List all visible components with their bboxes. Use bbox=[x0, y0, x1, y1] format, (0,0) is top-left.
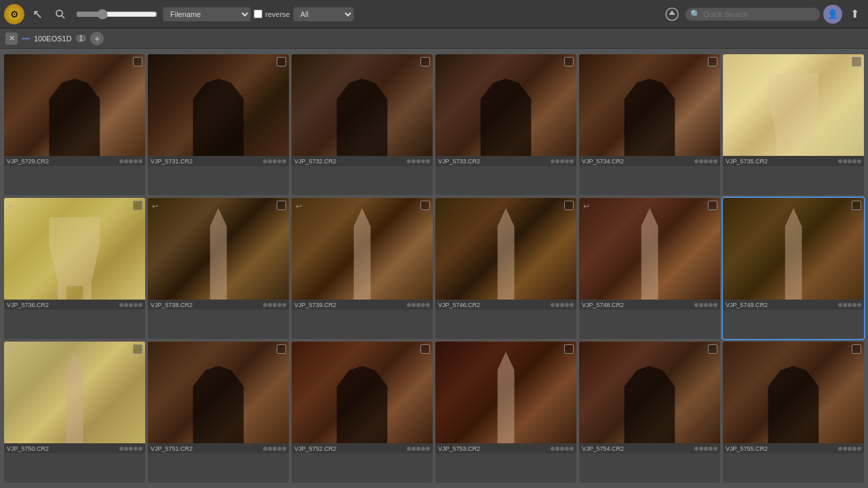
photo-item-17[interactable]: VJP_5754.CR2 bbox=[579, 342, 720, 483]
zoom-slider[interactable] bbox=[76, 9, 157, 20]
folder-add-button[interactable]: + bbox=[90, 32, 104, 45]
photo-item-1[interactable]: VJP_5729.CR2 bbox=[4, 54, 145, 195]
photo-item-3[interactable]: VJP_5732.CR2 bbox=[292, 54, 433, 195]
photo-item-2[interactable]: VJP_5731.CR2 bbox=[148, 54, 289, 195]
photo-checkbox[interactable] bbox=[564, 57, 574, 66]
filter-select[interactable]: All 1 Star 2 Stars Flagged bbox=[293, 7, 354, 22]
photo-stars bbox=[407, 303, 430, 307]
photo-checkbox[interactable] bbox=[564, 201, 574, 210]
photo-filename: VJP_5754.CR2 bbox=[582, 445, 694, 452]
photo-filename: VJP_5733.CR2 bbox=[438, 158, 551, 165]
photo-filename: VJP_5732.CR2 bbox=[294, 158, 407, 165]
photo-item-11[interactable]: ↩VJP_5748.CR2 bbox=[579, 198, 720, 339]
reverse-checkbox[interactable] bbox=[254, 9, 262, 18]
photo-filename: VJP_5750.CR2 bbox=[7, 445, 119, 452]
folder-count: 1 bbox=[76, 35, 87, 42]
folder-name: 100EOS1D bbox=[34, 35, 72, 43]
photo-filename: VJP_5749.CR2 bbox=[726, 302, 838, 308]
photo-checkbox[interactable] bbox=[420, 344, 430, 354]
photo-checkbox[interactable] bbox=[420, 201, 430, 210]
photo-stars bbox=[119, 159, 142, 163]
photo-filename: VJP_5729.CR2 bbox=[7, 158, 119, 165]
photo-item-16[interactable]: VJP_5753.CR2 bbox=[435, 342, 576, 483]
photo-stars bbox=[838, 303, 861, 307]
photo-stars bbox=[838, 447, 861, 451]
photo-item-13[interactable]: ↩VJP_5750.CR2 bbox=[4, 342, 145, 483]
photo-filename: VJP_5734.CR2 bbox=[582, 158, 694, 165]
photo-filename: VJP_5751.CR2 bbox=[151, 445, 263, 452]
photo-filename: VJP_5735.CR2 bbox=[726, 158, 838, 165]
folder-bar: ✕ 100EOS1D 1 + bbox=[0, 28, 868, 49]
photo-checkbox[interactable] bbox=[852, 344, 861, 354]
photo-item-15[interactable]: VJP_5752.CR2 bbox=[292, 342, 433, 483]
photo-item-14[interactable]: VJP_5751.CR2 bbox=[148, 342, 289, 483]
photo-stars bbox=[119, 303, 142, 307]
photo-item-8[interactable]: ↩VJP_5738.CR2 bbox=[148, 198, 289, 339]
photo-filename: VJP_5752.CR2 bbox=[294, 445, 407, 452]
photo-stars bbox=[551, 159, 574, 163]
photo-checkbox[interactable] bbox=[420, 57, 430, 66]
photo-overlay-icon: ↩ bbox=[8, 202, 14, 211]
cursor-tool-button[interactable]: ↖ bbox=[27, 4, 47, 24]
photo-filename: VJP_5753.CR2 bbox=[438, 445, 551, 452]
photo-stars bbox=[263, 447, 286, 451]
photo-item-12[interactable]: VJP_5749.CR2 bbox=[723, 198, 864, 339]
photo-item-4[interactable]: VJP_5733.CR2 bbox=[435, 54, 576, 195]
photo-checkbox[interactable] bbox=[564, 344, 574, 354]
upload-button[interactable] bbox=[662, 4, 682, 24]
photo-item-6[interactable]: VJP_5735.CR2 bbox=[723, 54, 864, 195]
photo-stars bbox=[838, 159, 861, 163]
photo-item-10[interactable]: VJP_5746.CR2 bbox=[435, 198, 576, 339]
photo-stars bbox=[407, 159, 430, 163]
svg-line-1 bbox=[62, 16, 64, 18]
photo-filename: VJP_5736.CR2 bbox=[7, 302, 119, 308]
zoom-slider-container bbox=[76, 9, 157, 20]
photo-checkbox[interactable] bbox=[277, 344, 286, 354]
search-input[interactable] bbox=[685, 7, 821, 21]
photo-stars bbox=[407, 447, 430, 451]
photo-checkbox[interactable] bbox=[133, 57, 142, 66]
photo-checkbox[interactable] bbox=[277, 201, 286, 210]
photo-filename: VJP_5739.CR2 bbox=[294, 302, 407, 308]
photo-stars bbox=[694, 303, 717, 307]
photo-checkbox[interactable] bbox=[708, 201, 717, 210]
photo-stars bbox=[694, 447, 717, 451]
photo-overlay-icon: ↩ bbox=[296, 202, 302, 211]
svg-point-0 bbox=[56, 10, 62, 16]
reverse-text: reverse bbox=[265, 10, 290, 18]
photo-checkbox[interactable] bbox=[708, 344, 717, 354]
photo-grid: VJP_5729.CR2VJP_5731.CR2VJP_5732.CR2VJP_… bbox=[0, 49, 868, 488]
photo-stars bbox=[119, 447, 142, 451]
photo-stars bbox=[551, 303, 574, 307]
reverse-label: reverse bbox=[254, 9, 290, 18]
photo-stars bbox=[694, 159, 717, 163]
photo-stars bbox=[263, 303, 286, 307]
photo-checkbox[interactable] bbox=[133, 344, 142, 354]
photo-item-18[interactable]: VJP_5755.CR2 bbox=[723, 342, 864, 483]
share-button[interactable]: ⬆ bbox=[845, 5, 864, 24]
folder-close-button[interactable]: ✕ bbox=[5, 33, 18, 45]
photo-stars bbox=[551, 447, 574, 451]
search-tool-button[interactable] bbox=[50, 4, 71, 24]
photo-item-9[interactable]: ↩VJP_5739.CR2 bbox=[292, 198, 433, 339]
photo-overlay-icon: ↩ bbox=[8, 346, 14, 354]
photo-item-7[interactable]: ↩VJP_5736.CR2 bbox=[4, 198, 145, 339]
photo-checkbox[interactable] bbox=[277, 57, 286, 66]
folder-tag bbox=[22, 38, 30, 39]
photo-checkbox[interactable] bbox=[133, 201, 142, 210]
photo-stars bbox=[263, 159, 286, 163]
photo-filename: VJP_5738.CR2 bbox=[151, 302, 263, 308]
photo-item-5[interactable]: VJP_5734.CR2 bbox=[579, 54, 720, 195]
toolbar: ⚙ ↖ Filename Date Rating reverse All 1 S… bbox=[0, 0, 868, 28]
photo-overlay-icon: ↩ bbox=[152, 202, 158, 211]
photo-filename: VJP_5748.CR2 bbox=[582, 302, 694, 308]
photo-checkbox[interactable] bbox=[708, 57, 717, 66]
svg-marker-3 bbox=[669, 10, 675, 15]
photo-filename: VJP_5755.CR2 bbox=[726, 445, 838, 452]
gear-button[interactable]: ⚙ bbox=[4, 4, 24, 24]
photo-checkbox[interactable] bbox=[852, 201, 861, 210]
photo-filename: VJP_5731.CR2 bbox=[151, 158, 263, 165]
photo-checkbox[interactable] bbox=[852, 57, 861, 66]
search-wrapper: 🔍 bbox=[685, 7, 821, 21]
sort-select[interactable]: Filename Date Rating bbox=[163, 7, 251, 22]
